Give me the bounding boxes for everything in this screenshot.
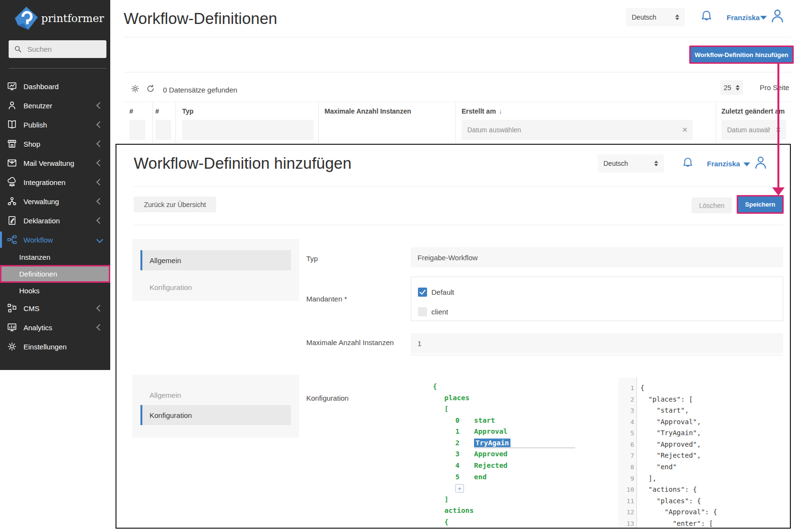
tab-allgemein[interactable]: Allgemein	[150, 391, 181, 399]
tree-row: [	[433, 404, 510, 415]
add-workflow-definition-button[interactable]: Workflow-Definition hinzufügen	[689, 46, 794, 64]
tree-value[interactable]: end	[474, 473, 486, 481]
column-header-typ[interactable]: Typ	[182, 107, 194, 115]
column-header-hash1[interactable]: #	[129, 107, 133, 115]
sidebar-subitem-definitionen[interactable]: Definitionen	[0, 265, 110, 283]
max-instanzen-field[interactable]: 1	[411, 333, 783, 353]
tab-konfiguration[interactable]: Konfiguration	[150, 283, 192, 291]
add-place-button[interactable]: +	[455, 484, 464, 493]
typ-filter-input[interactable]	[187, 126, 309, 134]
code-text: "Approval",	[634, 416, 701, 428]
tree-value-selected[interactable]: TryAgain	[474, 439, 510, 447]
bell-icon[interactable]	[699, 9, 714, 23]
json-code-pane[interactable]: 1{ 2 "places": [ 3 "start", 4 "Approval"…	[618, 382, 783, 529]
tree-key[interactable]: places	[444, 394, 469, 402]
column-header-erstellt-am[interactable]: Erstellt am↓	[462, 107, 502, 115]
user-caret-down-icon[interactable]	[760, 16, 767, 20]
code-line: 5 "TryAgain",	[618, 428, 783, 439]
tree-row: {	[433, 517, 510, 528]
page-root: printformer Dashboard	[0, 0, 799, 532]
line-number: 8	[618, 462, 634, 473]
checkbox-label: client	[431, 308, 448, 316]
geaendert-am-date-input[interactable]	[726, 126, 771, 134]
chevron-down-icon	[96, 236, 103, 243]
column-header-hash2[interactable]: #	[155, 107, 159, 115]
tree-index: 4	[455, 460, 474, 472]
clear-date-icon[interactable]: ✕	[679, 126, 688, 134]
tree-value[interactable]: Rejected	[474, 462, 508, 469]
language-value: Deutsch	[632, 13, 656, 21]
grid-settings-gear-icon[interactable]	[130, 84, 140, 93]
column-header-geaendert-am[interactable]: Zuletzt geändert am	[721, 107, 785, 115]
code-text: "TryAgain",	[634, 428, 701, 439]
refresh-icon[interactable]	[146, 84, 155, 93]
sidebar-subitem-label: Hooks	[19, 287, 40, 295]
line-number: 9	[618, 473, 634, 485]
delete-button[interactable]: Löschen	[692, 197, 732, 213]
back-to-overview-button[interactable]: Zurück zur Übersicht	[134, 197, 216, 212]
sidebar-item-label: Analytics	[23, 324, 91, 332]
modal-language-select[interactable]: Deutsch	[598, 154, 664, 173]
sidebar-search[interactable]	[9, 40, 106, 58]
select-arrows-icon	[654, 161, 658, 166]
checkbox-row-default[interactable]: Default	[418, 288, 454, 297]
user-caret-down-icon[interactable]	[743, 162, 750, 166]
user-avatar-icon[interactable]	[753, 155, 768, 170]
filter-erstellt-am[interactable]: ✕	[462, 120, 693, 140]
typ-field[interactable]: Freigabe-Workflow	[411, 247, 783, 267]
header-divider	[124, 37, 791, 37]
code-line: 9 ],	[618, 473, 783, 485]
checkbox-checked-icon[interactable]	[418, 288, 427, 297]
sidebar-item-mail-verwaltung[interactable]: Mail Verwaltung	[0, 153, 110, 173]
filter-typ[interactable]	[182, 120, 313, 140]
per-page-value: 25	[724, 84, 731, 92]
tree-value[interactable]: Approved	[474, 450, 508, 458]
column-header-max-instanzen[interactable]: Maximale Anzahl Instanzen	[324, 107, 411, 115]
tree-value[interactable]: start	[474, 416, 495, 424]
sidebar-item-shop[interactable]: Shop	[0, 134, 110, 153]
tab-label: Konfiguration	[150, 411, 192, 419]
code-line: 3 "start",	[618, 405, 783, 416]
checkbox-row-client[interactable]: client	[418, 307, 448, 316]
sidebar-item-label: Integrationen	[23, 178, 91, 186]
mandanten-label: Mandanten *	[306, 295, 347, 303]
sidebar-item-publish[interactable]: Publish	[0, 115, 110, 134]
filter-hash2[interactable]	[155, 120, 171, 140]
sidebar-item-workflow[interactable]: Workflow	[0, 230, 110, 249]
tree-index: 2	[455, 438, 474, 449]
sidebar-item-einstellungen[interactable]: Einstellungen	[0, 337, 110, 356]
tree-key[interactable]: actions	[444, 507, 474, 514]
search-input[interactable]	[26, 45, 101, 54]
checkbox-unchecked-icon[interactable]	[418, 307, 427, 316]
sidebar-item-verwaltung[interactable]: Verwaltung	[0, 192, 110, 211]
sidebar-subitem-hooks[interactable]: Hooks	[0, 283, 110, 299]
sidebar-item-label: Workflow	[23, 236, 91, 244]
cloud-network-icon	[7, 177, 17, 187]
sidebar-subitem-instanzen[interactable]: Instanzen	[0, 249, 110, 265]
language-select[interactable]: Deutsch	[626, 8, 685, 26]
user-name[interactable]: Franziska	[727, 13, 760, 22]
bell-icon[interactable]	[681, 156, 695, 170]
sidebar-item-dashboard[interactable]: Dashboard	[0, 77, 110, 96]
filter-hash1[interactable]	[129, 120, 145, 140]
erstellt-am-date-input[interactable]	[466, 126, 679, 134]
user-avatar-icon[interactable]	[769, 8, 786, 24]
clear-date-icon[interactable]: ✕	[772, 126, 781, 134]
tree-value[interactable]: Approval	[474, 428, 508, 435]
json-tree-pane[interactable]: { places [ 0start 1Approval 2TryAgain 3A…	[433, 381, 510, 529]
filter-geaendert-am[interactable]: ✕	[721, 120, 786, 140]
tab-allgemein-active[interactable]: Allgemein	[140, 250, 291, 270]
sidebar-item-deklaration[interactable]: Deklaration	[0, 211, 110, 230]
sidebar-item-analytics[interactable]: Analytics	[0, 318, 110, 337]
search-icon	[14, 45, 22, 53]
chevron-left-icon	[96, 121, 103, 128]
user-name[interactable]: Franziska	[707, 160, 740, 168]
tree-row: actions	[433, 505, 510, 517]
tab-konfiguration-active[interactable]: Konfiguration	[140, 405, 291, 425]
sidebar-item-label: Einstellungen	[23, 343, 104, 351]
sidebar-item-integrationen[interactable]: Integrationen	[0, 173, 110, 192]
sidebar-item-cms[interactable]: CMS	[0, 299, 110, 318]
per-page-select[interactable]: 25	[720, 80, 743, 95]
save-button[interactable]: Speichern	[737, 195, 784, 214]
sidebar-item-benutzer[interactable]: Benutzer	[0, 96, 110, 115]
